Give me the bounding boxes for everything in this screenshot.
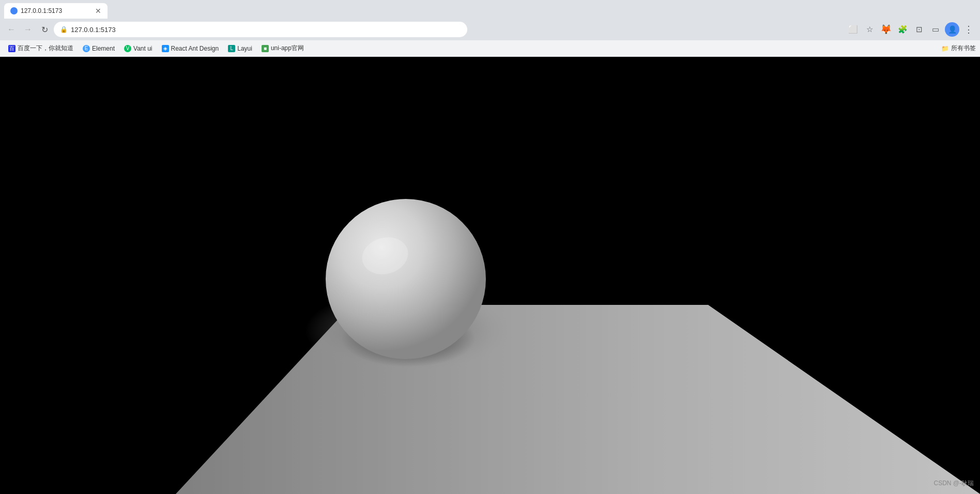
bookmarks-bar: 百 百度一下，你就知道 E Element V Vant ui ◈ React …: [0, 40, 980, 57]
bookmark-label: 百度一下，你就知道: [18, 44, 73, 53]
uni-favicon: ■: [262, 45, 269, 52]
3d-scene: CSDN @-耿瑞: [0, 57, 980, 494]
toolbar-icons: ⬜ ☆ 🦊 🧩 ⊡ ▭ 👤 ⋮: [846, 22, 976, 37]
react-ant-favicon: ◈: [162, 45, 169, 52]
bookmark-layui[interactable]: L Layui: [224, 43, 256, 54]
tab-bar: 127.0.0.1:5173 ✕: [0, 0, 980, 19]
sidebar-icon[interactable]: ▭: [928, 22, 943, 37]
bookmark-label: React Ant Design: [171, 45, 219, 52]
tab-manager-icon[interactable]: ⊡: [912, 22, 926, 37]
url-text: 127.0.0.1:5173: [71, 26, 461, 34]
bookmark-label: Layui: [237, 45, 252, 52]
all-bookmarks-label: 所有书签: [951, 44, 976, 53]
vant-favicon: V: [124, 45, 131, 52]
screenshot-icon[interactable]: ⬜: [846, 22, 860, 37]
back-button[interactable]: ←: [4, 22, 19, 37]
bookmark-react-ant[interactable]: ◈ React Ant Design: [158, 43, 223, 54]
bookmark-label: uni-app官网: [271, 44, 304, 53]
bookmarks-right[interactable]: 📁 所有书签: [941, 44, 976, 53]
tab-favicon: [10, 7, 18, 14]
bookmark-label: Element: [92, 45, 115, 52]
tab-title: 127.0.0.1:5173: [21, 7, 90, 14]
address-bar[interactable]: 🔒 127.0.0.1:5173: [54, 22, 467, 37]
address-bar-row: ← → ↻ 🔒 127.0.0.1:5173 ⬜ ☆ 🦊 🧩 ⊡ ▭ 👤 ⋮: [0, 19, 980, 40]
bookmark-baidu[interactable]: 百 百度一下，你就知道: [4, 42, 78, 54]
folder-icon: 📁: [941, 45, 949, 52]
bookmark-uni[interactable]: ■ uni-app官网: [257, 42, 308, 54]
metamask-icon[interactable]: 🦊: [879, 22, 893, 37]
svg-point-5: [326, 199, 486, 359]
security-icon: 🔒: [60, 26, 68, 33]
bookmark-label: Vant ui: [133, 45, 152, 52]
baidu-favicon: 百: [8, 45, 16, 52]
3d-scene-svg: [0, 57, 980, 494]
forward-button[interactable]: →: [21, 22, 35, 37]
page-content: CSDN @-耿瑞: [0, 57, 980, 494]
browser-chrome: 127.0.0.1:5173 ✕ ← → ↻ 🔒 127.0.0.1:5173 …: [0, 0, 980, 57]
watermark: CSDN @-耿瑞: [933, 479, 974, 488]
reload-button[interactable]: ↻: [37, 22, 52, 37]
layui-favicon: L: [228, 45, 235, 52]
bookmark-vant[interactable]: V Vant ui: [120, 43, 156, 54]
bookmark-element[interactable]: E Element: [79, 43, 119, 54]
extensions-icon[interactable]: 🧩: [895, 22, 910, 37]
profile-icon[interactable]: 👤: [945, 22, 959, 37]
bookmark-star-icon[interactable]: ☆: [862, 22, 877, 37]
tab-close-button[interactable]: ✕: [95, 7, 101, 15]
active-tab[interactable]: 127.0.0.1:5173 ✕: [4, 3, 108, 19]
element-favicon: E: [83, 45, 90, 52]
menu-icon[interactable]: ⋮: [961, 22, 976, 37]
